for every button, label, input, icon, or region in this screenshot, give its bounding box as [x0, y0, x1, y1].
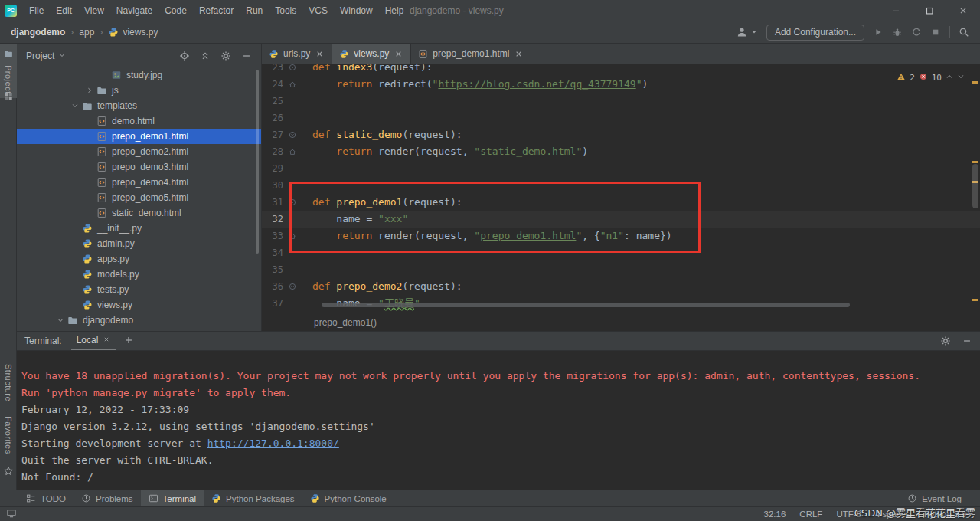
coverage-icon[interactable]	[911, 27, 922, 38]
tree-item-admin.py[interactable]: admin.py	[17, 236, 261, 251]
line-number[interactable]: 24	[262, 76, 283, 93]
menu-item-edit[interactable]: Edit	[50, 5, 78, 16]
tree-item-prepo_demo3.html[interactable]: prepo_demo3.html	[17, 159, 261, 175]
warning-stripe-mark[interactable]	[972, 161, 978, 163]
menu-item-view[interactable]: View	[78, 5, 110, 16]
code-editor[interactable]: 23def index3(request):24 return redirect…	[262, 64, 980, 314]
line-number[interactable]: 31	[262, 194, 283, 211]
menu-item-tools[interactable]: Tools	[269, 5, 302, 16]
maximize-button[interactable]	[913, 0, 946, 21]
gutter-slot[interactable]	[283, 211, 302, 228]
menu-item-refactor[interactable]: Refactor	[193, 5, 240, 16]
chevron-right-icon[interactable]	[84, 85, 95, 96]
tool-button-project[interactable]: Project	[0, 44, 17, 98]
editor-breadcrumb[interactable]: prepo_demo1()	[262, 314, 980, 331]
gear-icon[interactable]	[940, 336, 951, 346]
line-number[interactable]: 33	[262, 228, 283, 244]
gutter-slot[interactable]	[283, 76, 302, 93]
tree-item-__init__.py[interactable]: __init__.py	[17, 221, 261, 236]
tree-item-templates[interactable]: templates	[17, 98, 261, 113]
tool-window-tab-todo[interactable]: TODO	[18, 490, 74, 506]
warning-stripe-mark[interactable]	[972, 299, 978, 301]
line-number[interactable]: 23	[262, 64, 283, 76]
stop-icon[interactable]	[930, 27, 941, 38]
tree-item-tests.py[interactable]: tests.py	[17, 282, 261, 297]
close-icon[interactable]	[315, 49, 325, 59]
line-number[interactable]: 34	[262, 244, 283, 261]
terminal-link[interactable]: http://127.0.0.1:8000/	[207, 437, 339, 449]
menu-item-code[interactable]: Code	[158, 5, 193, 16]
chevron-up-icon[interactable]	[946, 73, 953, 80]
project-tree-scrollbar[interactable]	[256, 70, 259, 254]
locate-icon[interactable]	[179, 51, 190, 61]
minimize-button[interactable]	[879, 0, 913, 21]
line-number[interactable]: 35	[262, 261, 283, 278]
tool-window-tab-event-log[interactable]: Event Log	[900, 490, 969, 506]
menu-item-vcs[interactable]: VCS	[302, 5, 334, 16]
terminal-output[interactable]: You have 18 unapplied migration(s). Your…	[17, 351, 980, 486]
chevron-down-icon[interactable]	[957, 73, 965, 80]
bug-icon[interactable]	[892, 27, 903, 38]
hide-icon[interactable]	[241, 51, 252, 61]
line-number[interactable]: 32	[262, 211, 283, 228]
tool-button-structure[interactable]: Structure	[0, 360, 17, 405]
tree-item-apps.py[interactable]: apps.py	[17, 251, 261, 267]
status-item-1[interactable]: CRLF	[799, 510, 822, 519]
close-icon[interactable]	[103, 336, 110, 343]
close-icon[interactable]	[514, 49, 524, 59]
gutter-slot[interactable]	[283, 228, 302, 244]
play-icon[interactable]	[873, 27, 884, 38]
gutter-slot[interactable]	[283, 295, 302, 312]
favorites-star-button[interactable]	[3, 466, 14, 480]
gutter-slot[interactable]	[283, 177, 302, 194]
chevron-down-icon[interactable]	[70, 100, 80, 111]
tree-item-prepo_demo5.html[interactable]: prepo_demo5.html	[17, 190, 261, 205]
tree-item-static_demo.html[interactable]: static_demo.html	[17, 205, 261, 221]
gutter-slot[interactable]	[283, 244, 302, 261]
line-number[interactable]: 36	[262, 278, 283, 295]
gutter-slot[interactable]	[283, 126, 302, 143]
line-number[interactable]: 28	[262, 143, 283, 160]
line-number[interactable]: 27	[262, 126, 283, 143]
tree-item-prepo_demo2.html[interactable]: prepo_demo2.html	[17, 144, 261, 159]
line-number[interactable]: 37	[262, 295, 283, 312]
close-button[interactable]	[946, 0, 980, 21]
tree-item-models.py[interactable]: models.py	[17, 267, 261, 282]
editor-horizontal-scrollbar[interactable]	[322, 303, 850, 307]
breadcrumb-item-views.py[interactable]: views.py	[122, 27, 158, 38]
collapse-all-icon[interactable]	[200, 51, 211, 61]
gutter-slot[interactable]	[283, 278, 302, 295]
line-number[interactable]: 25	[262, 93, 283, 110]
gutter-slot[interactable]	[283, 143, 302, 160]
tree-item-demo.html[interactable]: demo.html	[17, 113, 261, 129]
editor-tab-urls.py[interactable]: urls.py	[262, 44, 332, 64]
gutter-slot[interactable]	[283, 160, 302, 177]
chevron-down-icon[interactable]	[58, 51, 66, 59]
menu-item-navigate[interactable]: Navigate	[110, 5, 158, 16]
search-icon[interactable]	[959, 27, 969, 38]
chevron-down-icon[interactable]	[58, 51, 66, 61]
breadcrumb-item-app[interactable]: app	[79, 27, 94, 38]
tree-item-js[interactable]: js	[17, 83, 261, 98]
tool-window-tab-terminal[interactable]: Terminal	[141, 490, 204, 506]
tool-window-tab-python-packages[interactable]: Python Packages	[204, 490, 302, 506]
gutter-slot[interactable]	[283, 64, 302, 76]
editor-tab-prepo_demo1.html[interactable]: prepo_demo1.html	[411, 44, 531, 64]
editor-tab-views.py[interactable]: views.py	[332, 44, 411, 64]
status-item-0[interactable]: 32:16	[764, 510, 786, 519]
new-terminal-button[interactable]	[123, 335, 134, 348]
menu-item-window[interactable]: Window	[334, 5, 379, 16]
inspections-widget[interactable]: 2 10	[893, 71, 968, 84]
tree-item-views.py[interactable]: views.py	[17, 297, 261, 313]
tree-item-study.jpg[interactable]: study.jpg	[17, 67, 261, 83]
tree-item-prepo_demo1.html[interactable]: prepo_demo1.html	[17, 129, 261, 144]
menu-item-file[interactable]: File	[23, 5, 50, 16]
line-number[interactable]: 30	[262, 177, 283, 194]
chevron-down-icon[interactable]	[55, 315, 66, 326]
status-monitor-button[interactable]	[6, 508, 17, 520]
line-number[interactable]: 26	[262, 110, 283, 126]
gutter-slot[interactable]	[283, 194, 302, 211]
tool-window-tab-problems[interactable]: Problems	[74, 490, 141, 506]
line-number[interactable]: 29	[262, 160, 283, 177]
gutter-slot[interactable]	[283, 261, 302, 278]
